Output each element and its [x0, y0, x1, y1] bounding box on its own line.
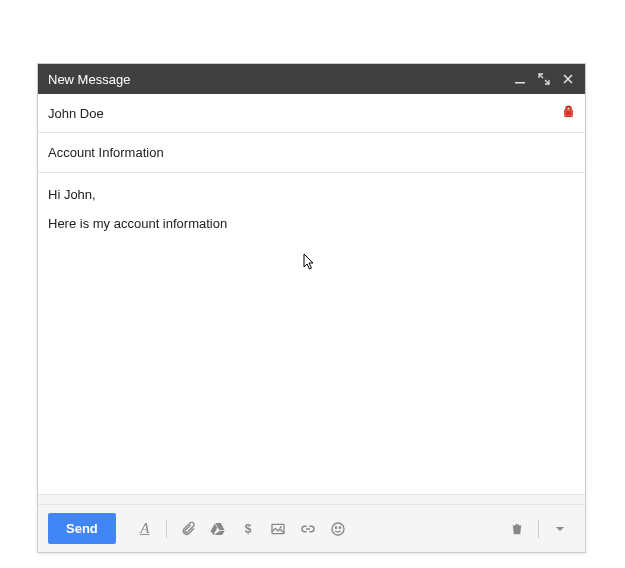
trash-icon[interactable]: [504, 516, 530, 542]
drive-icon[interactable]: [205, 516, 231, 542]
compose-header: New Message: [38, 64, 585, 94]
more-options-icon[interactable]: [547, 516, 573, 542]
close-icon[interactable]: [561, 72, 575, 86]
link-icon[interactable]: [295, 516, 321, 542]
window-controls: [513, 72, 575, 86]
attach-icon[interactable]: [175, 516, 201, 542]
svg-point-4: [279, 526, 281, 528]
svg-rect-0: [515, 82, 525, 84]
subject-input[interactable]: [48, 145, 575, 160]
svg-rect-1: [565, 110, 572, 115]
body-line: Hi John,: [48, 187, 575, 202]
mouse-cursor-icon: [303, 253, 317, 274]
formatting-icon[interactable]: A: [132, 516, 158, 542]
send-button[interactable]: Send: [48, 513, 116, 544]
svg-text:$: $: [244, 522, 251, 536]
photo-icon[interactable]: [265, 516, 291, 542]
message-body[interactable]: Hi John, Here is my account information: [38, 173, 585, 494]
toolbar-divider: [38, 494, 585, 504]
expand-icon[interactable]: [537, 72, 551, 86]
separator: [538, 520, 539, 538]
separator: [166, 520, 167, 538]
compose-toolbar: Send A $: [38, 504, 585, 552]
compose-window: New Message John Doe Hi John, Here is my…: [37, 63, 586, 553]
body-line: Here is my account information: [48, 216, 575, 231]
recipient-name: John Doe: [48, 106, 562, 121]
to-field[interactable]: John Doe: [38, 94, 585, 133]
subject-field[interactable]: [38, 133, 585, 173]
emoji-icon[interactable]: [325, 516, 351, 542]
confidential-lock-icon[interactable]: [562, 105, 575, 121]
window-title: New Message: [48, 72, 513, 87]
svg-point-7: [339, 527, 340, 528]
svg-point-6: [335, 527, 336, 528]
minimize-icon[interactable]: [513, 72, 527, 86]
money-icon[interactable]: $: [235, 516, 261, 542]
svg-point-5: [332, 523, 344, 535]
